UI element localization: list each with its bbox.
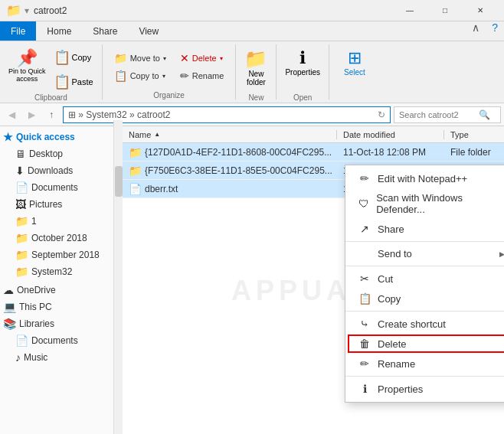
- copy-to-button[interactable]: 📋 Copy to ▾: [109, 67, 172, 84]
- onedrive-label: OneDrive: [17, 285, 56, 295]
- address-input[interactable]: ⊞ » System32 » catroot2 ↻: [63, 106, 391, 123]
- ctx-scan-defender[interactable]: 🛡 Scan with Windows Defender...: [345, 188, 504, 219]
- ctx-send-to[interactable]: Send to: [345, 244, 504, 263]
- ctx-copy[interactable]: 📋 Copy: [345, 289, 504, 308]
- sidebar-item-downloads[interactable]: ⬇ Downloads: [0, 162, 122, 179]
- search-input[interactable]: [399, 110, 476, 119]
- properties-ctx-icon: ℹ: [358, 383, 371, 395]
- help-icon[interactable]: ?: [486, 21, 504, 41]
- folder-1-label: 1: [31, 216, 37, 227]
- select-icon: ⊞: [348, 48, 362, 68]
- sidebar-item-pictures[interactable]: 🖼 Pictures: [0, 196, 122, 213]
- docs2-label: Documents: [31, 335, 78, 346]
- clipboard-items: 📌 Pin to Quickaccess 📋 Copy 📋 Paste: [6, 44, 96, 92]
- ctx-properties[interactable]: ℹ Properties: [345, 379, 504, 399]
- sidebar-item-september[interactable]: 📁 September 2018: [0, 246, 122, 263]
- sidebar-item-october[interactable]: 📁 October 2018: [0, 230, 122, 246]
- col-header-type[interactable]: Type: [444, 130, 504, 139]
- libraries-icon: 📚: [3, 318, 16, 330]
- ctx-share[interactable]: ↗ Share: [345, 219, 504, 239]
- move-to-button[interactable]: 📁 Move to ▾: [109, 50, 172, 67]
- ctx-rename[interactable]: ✏ Rename: [345, 354, 504, 374]
- close-button[interactable]: ✕: [463, 0, 498, 21]
- paste-button[interactable]: 📋 Paste: [51, 69, 96, 92]
- file-name-3: 📄 dberr.txt: [123, 183, 337, 195]
- sidebar-item-documents[interactable]: 📄 Documents: [0, 179, 122, 196]
- pin-icon: 📌: [17, 48, 38, 68]
- properties-icon: ℹ: [299, 48, 306, 68]
- ctx-edit-notepad[interactable]: ✏ Edit with Notepad++: [345, 168, 504, 188]
- move-dropdown-icon: ▾: [163, 55, 166, 62]
- ctx-sep-4: [345, 376, 504, 377]
- music-icon: ♪: [15, 351, 21, 364]
- sidebar-item-system32[interactable]: 📁 System32: [0, 263, 122, 280]
- properties-button[interactable]: ℹ Properties: [283, 44, 322, 92]
- copy-label: Copy: [72, 53, 92, 62]
- rename-icon: ✏: [180, 70, 189, 82]
- delete-button[interactable]: ✕ Delete ▾: [175, 50, 230, 67]
- pin-to-quick-access-button[interactable]: 📌 Pin to Quickaccess: [6, 44, 48, 92]
- address-refresh-icon[interactable]: ↻: [378, 109, 385, 120]
- ribbon-tabs: File Home Share View ∧ ?: [0, 21, 504, 41]
- search-box[interactable]: 🔍: [394, 106, 501, 123]
- col-header-modified[interactable]: Date modified: [337, 130, 444, 139]
- clipboard-label: Clipboard: [34, 92, 67, 102]
- docs2-icon: 📄: [15, 334, 28, 347]
- ribbon-collapse-icon[interactable]: ∧: [466, 21, 486, 41]
- maximize-button[interactable]: □: [427, 0, 463, 21]
- sidebar-scrollbar[interactable]: [113, 126, 123, 434]
- file-list: APPUALS Name ▲ Date modified Type 📁 {127…: [123, 126, 504, 434]
- ctx-sep-2: [345, 266, 504, 266]
- organize-group: 📁 Move to ▾ 📋 Copy to ▾ ✕ Delete ▾: [103, 44, 237, 100]
- october-icon: 📁: [15, 232, 28, 244]
- tab-view[interactable]: View: [128, 21, 169, 41]
- move-icon: 📁: [114, 52, 127, 64]
- defender-icon: 🛡: [358, 197, 370, 210]
- downloads-icon: ⬇: [15, 165, 25, 177]
- sidebar-item-docs2[interactable]: 📄 Documents: [0, 332, 122, 349]
- this-pc-icon: 💻: [3, 301, 16, 313]
- notepad-icon: ✏: [358, 172, 371, 184]
- new-folder-button[interactable]: 📁 Newfolder: [242, 44, 270, 92]
- tab-share[interactable]: Share: [82, 21, 128, 41]
- path-system32: System32: [86, 109, 126, 120]
- sidebar-item-onedrive[interactable]: ☁ OneDrive: [0, 282, 122, 299]
- file-row-1[interactable]: 📁 {127D0A1D-4EF2-11D1-8608-00C04FC295...…: [123, 143, 504, 162]
- forward-button[interactable]: ▶: [23, 106, 40, 123]
- ctx-cut[interactable]: ✂ Cut: [345, 269, 504, 289]
- copy-button[interactable]: 📋 Copy: [51, 44, 96, 67]
- ctx-delete[interactable]: 🗑 Delete: [345, 334, 504, 354]
- path-sep1: »: [78, 109, 86, 120]
- desktop-icon: 🖥: [15, 148, 26, 160]
- select-group: ⊞ Select x: [329, 44, 380, 100]
- quick-access-icon: ★: [3, 131, 13, 143]
- select-label: Select: [344, 68, 365, 77]
- ctx-create-shortcut[interactable]: ⤷ Create shortcut: [345, 314, 504, 334]
- open-items: ℹ Properties: [283, 44, 322, 92]
- sidebar-scroll-thumb: [115, 166, 123, 197]
- select-items: ⊞ Select: [335, 44, 374, 92]
- sidebar-item-folder-1[interactable]: 📁 1: [0, 213, 122, 230]
- sidebar-item-quick-access[interactable]: ★ Quick access: [0, 126, 122, 145]
- select-button[interactable]: ⊞ Select: [335, 44, 374, 92]
- context-menu: ✏ Edit with Notepad++ 🛡 Scan with Window…: [345, 165, 504, 403]
- col-header-name[interactable]: Name ▲: [123, 130, 337, 139]
- back-button[interactable]: ◀: [3, 106, 20, 123]
- rename-button[interactable]: ✏ Rename: [175, 67, 230, 84]
- quick-access-label: Quick access: [16, 132, 75, 142]
- tab-file[interactable]: File: [0, 21, 36, 41]
- sidebar-item-libraries[interactable]: 📚 Libraries: [0, 315, 122, 332]
- sidebar-item-this-pc[interactable]: 💻 This PC: [0, 299, 122, 315]
- pictures-icon: 🖼: [15, 198, 26, 210]
- september-icon: 📁: [15, 249, 28, 261]
- sidebar-item-desktop[interactable]: 🖥 Desktop: [0, 145, 122, 162]
- file-type-1: File folder: [444, 147, 504, 158]
- minimize-button[interactable]: —: [392, 0, 427, 21]
- shortcut-icon: ⤷: [358, 318, 371, 330]
- ctx-sep-3: [345, 311, 504, 312]
- tab-home[interactable]: Home: [36, 21, 82, 41]
- title-bar-icons: 📁 ▾: [6, 3, 29, 18]
- search-icon: 🔍: [479, 109, 490, 120]
- sidebar-item-music[interactable]: ♪ Music: [0, 349, 122, 366]
- up-button[interactable]: ↑: [43, 106, 60, 123]
